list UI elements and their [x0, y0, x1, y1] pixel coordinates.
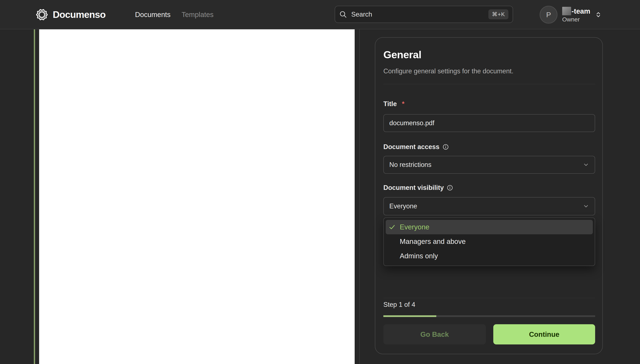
documenso-logo[interactable]: Documenso [36, 0, 106, 29]
check-slot-empty [389, 238, 396, 245]
chevrons-up-down-icon [595, 11, 602, 18]
brand-name: Documenso [53, 9, 106, 20]
menu-item-label: Admins only [400, 252, 438, 260]
visibility-field-label: Document visibility [383, 184, 453, 191]
menu-item-label: Everyone [400, 223, 429, 231]
search-shortcut-badge: ⌘+K [488, 9, 508, 19]
team-name-redacted [562, 7, 571, 15]
check-icon [389, 224, 396, 230]
team-name-suffix: -team [572, 8, 590, 15]
menu-item-admins-only[interactable]: Admins only [386, 249, 593, 263]
title-label-text: Title [383, 100, 397, 107]
document-visibility-select[interactable]: Everyone [383, 197, 595, 216]
documenso-seal-icon [36, 8, 48, 21]
app-root: Documenso Documents Templates Search ⌘+K… [0, 0, 640, 364]
top-navbar: Documenso Documents Templates Search ⌘+K… [0, 0, 640, 29]
required-asterisk: * [402, 100, 404, 107]
team-name: -team [562, 7, 590, 15]
visibility-dropdown-menu: Everyone Managers and above Admins only [383, 218, 595, 266]
step-label: Step 1 of 4 [383, 301, 415, 308]
user-menu[interactable]: P -team Owner [540, 0, 602, 29]
access-selected-value: No restrictions [389, 161, 432, 168]
panel-subtitle: Configure general settings for the docum… [383, 68, 514, 75]
visibility-label-text: Document visibility [383, 184, 444, 191]
search-placeholder: Search [351, 11, 372, 18]
user-role: Owner [562, 16, 590, 22]
primary-nav: Documents Templates [135, 0, 214, 29]
nav-item-templates[interactable]: Templates [182, 11, 214, 19]
title-input[interactable] [383, 114, 595, 132]
page-edge-accent [34, 29, 35, 364]
info-icon[interactable] [442, 144, 449, 150]
settings-panel: General Configure general settings for t… [375, 37, 603, 354]
menu-item-label: Managers and above [400, 238, 466, 246]
panel-divider [383, 84, 595, 84]
check-slot-empty [389, 252, 396, 260]
progress-bar [383, 315, 595, 317]
nav-item-documents[interactable]: Documents [135, 11, 170, 19]
title-field-label: Title* [383, 100, 404, 107]
search-box[interactable]: Search ⌘+K [335, 6, 513, 23]
info-icon[interactable] [447, 184, 453, 191]
visibility-selected-value: Everyone [389, 202, 417, 210]
panel-title: General [383, 49, 422, 60]
avatar: P [540, 6, 558, 24]
access-label-text: Document access [383, 144, 440, 150]
chevron-down-icon [583, 203, 589, 210]
continue-button[interactable]: Continue [493, 324, 595, 344]
document-access-select[interactable]: No restrictions [383, 156, 595, 174]
menu-item-managers-and-above[interactable]: Managers and above [386, 234, 593, 249]
progress-fill [383, 315, 436, 317]
access-field-label: Document access [383, 144, 449, 150]
user-info: -team Owner [562, 7, 590, 22]
chevron-down-icon [583, 162, 589, 168]
content-divider [359, 29, 360, 364]
menu-item-everyone[interactable]: Everyone [386, 220, 593, 234]
search-icon [339, 11, 347, 18]
go-back-button[interactable]: Go Back [383, 324, 486, 344]
document-preview-page [39, 29, 355, 364]
